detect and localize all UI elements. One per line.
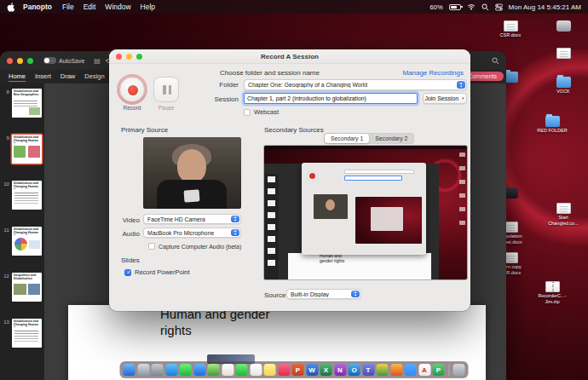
folder-select[interactable]: Chapter One: Geography of a Changing Wor… (244, 79, 467, 90)
ribbon-tab-design[interactable]: Design (84, 72, 104, 82)
save-icon[interactable]: ▤ (94, 57, 101, 65)
slide-text: Human and gender rights (160, 307, 284, 339)
desktop-icon-recorderc-jim-zip[interactable]: RecorderC...-Jim.zip (533, 281, 572, 304)
slide-thumbnail[interactable]: 8Globalization and New Geographies (3, 89, 42, 118)
close-button[interactable] (7, 58, 13, 64)
folder-label: Folder (203, 81, 239, 89)
dock-excel[interactable]: X (320, 364, 332, 376)
battery-icon[interactable] (449, 4, 461, 10)
search-icon (492, 57, 499, 65)
battery-percent: 60% (430, 3, 443, 11)
powerpoint-search[interactable] (492, 57, 499, 65)
dock-firefox[interactable] (390, 364, 402, 376)
autosave-toggle[interactable]: AutoSave (43, 57, 84, 64)
slide-thumbnail[interactable]: 9Globalization and Changing Human Geogra… (3, 135, 42, 164)
slide-thumbnails[interactable]: 8Globalization and New Geographies9Globa… (0, 83, 44, 380)
dock-panopto[interactable]: P (433, 364, 445, 376)
slide-thumbnail-preview[interactable]: Geopolitics and Globalization (12, 273, 42, 302)
dock-safari[interactable] (165, 364, 177, 376)
active-app-menu[interactable]: Panopto (23, 3, 52, 11)
menu-help[interactable]: Help (141, 3, 155, 11)
minimize-button[interactable] (17, 58, 23, 64)
slide-thumbnail[interactable]: 11Globalization and Changing Human Geogr… (3, 227, 42, 256)
ribbon-tab-insert[interactable]: Insert (35, 72, 51, 82)
zoom-button[interactable] (27, 58, 33, 64)
display-source-value: Built-in Display (291, 291, 329, 297)
tab-secondary-1[interactable]: Secondary 1 (325, 134, 369, 143)
menu-clock[interactable]: Mon Aug 14 5:45:21 AM (509, 3, 581, 11)
slide-thumbnail[interactable]: 13Globalization and Changing Human Geogr… (3, 319, 42, 348)
dock-zoom[interactable] (405, 364, 417, 376)
search-icon[interactable] (481, 3, 489, 11)
menu-window[interactable]: Window (105, 3, 130, 11)
dock-teams[interactable]: T (362, 364, 374, 376)
slide-thumbnail-preview[interactable]: Globalization and Changing Human Geograp… (12, 227, 42, 256)
dock-onenote[interactable]: N (334, 364, 346, 376)
slide-thumbnail-preview[interactable]: Globalization and Changing Human Geograp… (12, 319, 42, 348)
secondary-sources-title: Secondary Sources (264, 126, 324, 134)
dock-mail[interactable] (193, 364, 205, 376)
dock-trash[interactable] (453, 364, 465, 376)
pause-button[interactable] (153, 77, 179, 102)
dock-messages[interactable] (180, 364, 192, 376)
ribbon-tab-home[interactable]: Home (9, 72, 26, 82)
dock-system-settings[interactable] (152, 364, 164, 376)
dock-launchpad[interactable] (137, 364, 149, 376)
session-name-input[interactable]: Chapter 1, part 2 (introduction to globa… (244, 93, 418, 104)
display-source-select[interactable]: Built-in Display (286, 289, 361, 299)
control-center-icon[interactable] (495, 3, 503, 11)
dock-powerpoint[interactable]: P (292, 364, 304, 376)
dock-finder[interactable] (124, 364, 135, 376)
desktop-icon-vock[interactable]: VOCK (544, 77, 583, 95)
desktop-icon-start-changled-co[interactable]: Start Changled.co... (544, 203, 583, 226)
dock-maps[interactable] (208, 364, 220, 376)
slide-number: 13 (3, 319, 9, 325)
dock-word[interactable]: W (306, 364, 318, 376)
join-session-button[interactable]: Join Session ▼ (423, 93, 467, 104)
tab-secondary-2[interactable]: Secondary 2 (369, 134, 413, 143)
record-button[interactable] (119, 77, 145, 102)
zoom-button[interactable] (136, 54, 142, 60)
audio-source-select[interactable]: MacBook Pro Microphone (143, 227, 241, 238)
dock-photos[interactable] (222, 364, 233, 376)
ribbon-tab-draw[interactable]: Draw (61, 72, 76, 82)
wifi-icon[interactable] (467, 3, 476, 10)
popup-caret-icon (231, 229, 239, 236)
webcast-checkbox[interactable] (244, 109, 251, 116)
manage-recordings-link[interactable]: Manage Recordings (402, 69, 464, 77)
record-powerpoint-checkbox[interactable] (124, 269, 131, 276)
pause-button-label: Pause (153, 105, 179, 111)
menu-file[interactable]: File (62, 3, 74, 11)
menu-extras: 60% Mon Aug 14 5:45:21 AM (430, 3, 581, 11)
dock-calendar[interactable] (250, 364, 262, 376)
slide-thumbnail-preview[interactable]: Globalization and Changing Human Geograp… (12, 135, 42, 164)
video-source-select[interactable]: FaceTime HD Camera (143, 214, 241, 224)
menu-bar: Panopto FileEditWindowHelp 60% Mon Aug 1… (0, 0, 588, 14)
desktop-icon-red-folder[interactable]: RED FOLDER (533, 116, 572, 134)
dock-chrome[interactable] (377, 364, 389, 376)
mini-screen-preview (355, 197, 422, 244)
desktop-icon-csr-docx[interactable]: CSR.docx (491, 20, 530, 38)
desktop-icon-file-1[interactable] (544, 20, 583, 32)
slide-thumbnail[interactable]: 12Geopolitics and Globalization (3, 273, 42, 302)
slide-thumbnail-preview[interactable]: Globalization and New Geographies (12, 89, 42, 118)
dock-notes[interactable] (264, 364, 276, 376)
record-button-label: Record (119, 105, 145, 111)
slide-thumbnail[interactable]: 10Globalization and Changing Human Geogr… (3, 181, 42, 210)
dock-facetime[interactable] (236, 364, 248, 376)
join-session-label: Join Session (424, 95, 458, 101)
desktop-icon-file-2[interactable] (544, 48, 583, 60)
shirt-print (184, 189, 200, 202)
dock-acrobat[interactable]: A (418, 364, 430, 376)
close-button[interactable] (116, 54, 122, 60)
slide-thumbnail-preview[interactable]: Globalization and Changing Human Geograp… (12, 181, 42, 210)
menu-edit[interactable]: Edit (84, 3, 96, 11)
slide-thumbnail-title: Geopolitics and Globalization (12, 273, 42, 281)
dock-outlook[interactable]: O (349, 364, 360, 376)
apple-menu-icon[interactable] (7, 3, 14, 12)
doc-icon (556, 48, 571, 59)
dock: PWXNOTAP (120, 361, 469, 378)
dock-music[interactable] (278, 364, 290, 376)
minimize-button[interactable] (126, 54, 132, 60)
capture-computer-audio-checkbox[interactable] (148, 243, 155, 250)
